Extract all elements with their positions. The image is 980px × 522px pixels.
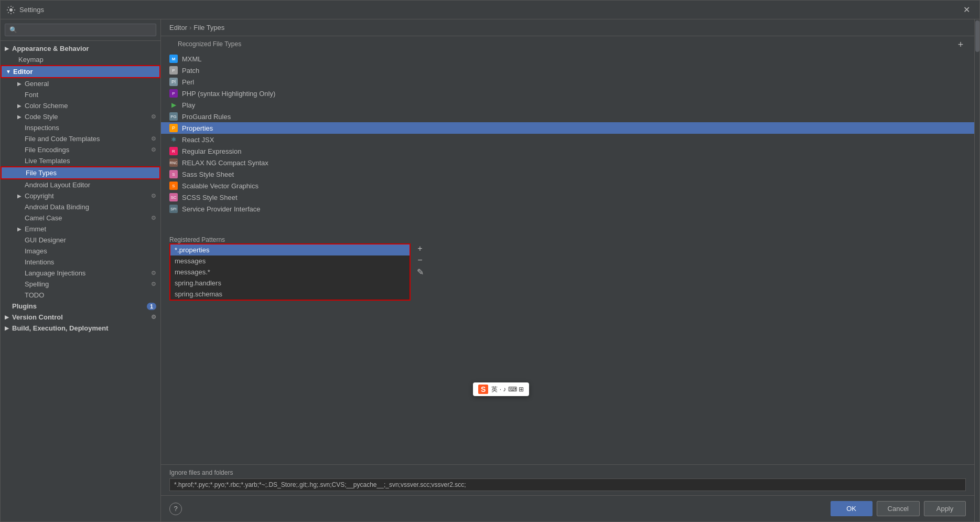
- file-type-play[interactable]: ▶ Play: [161, 99, 974, 111]
- sidebar-item-color-scheme[interactable]: ▶ Color Scheme: [1, 100, 160, 111]
- file-type-scss[interactable]: SC SCSS Style Sheet: [161, 191, 974, 203]
- icon-regex: R: [169, 147, 178, 155]
- gear-icon-code-style: ⚙: [151, 113, 156, 120]
- file-type-label-play: Play: [182, 101, 195, 109]
- scrollbar-thumb: [975, 20, 979, 52]
- file-type-php[interactable]: P PHP (syntax Highlighting Only): [161, 88, 974, 99]
- settings-icon: [7, 6, 15, 14]
- file-type-patch[interactable]: P Patch: [161, 65, 974, 76]
- pattern-item-5[interactable]: spring.schemas: [170, 289, 410, 300]
- ignore-section: Ignore files and folders: [161, 464, 974, 495]
- settings-dialog: Settings ✕ ▶ Appearance & Behavior Keyma…: [0, 0, 980, 522]
- bottom-bar: ? OK Cancel Apply: [161, 495, 974, 521]
- sidebar-item-intentions[interactable]: Intentions: [1, 257, 160, 268]
- add-pattern-button[interactable]: +: [415, 243, 425, 254]
- sidebar-item-font[interactable]: Font: [1, 89, 160, 100]
- pattern-item-4[interactable]: spring.handlers: [170, 278, 410, 289]
- sidebar-item-build[interactable]: ▶ Build, Execution, Deployment: [1, 323, 160, 334]
- file-type-perl[interactable]: Pl Perl: [161, 76, 974, 88]
- pattern-item-1[interactable]: *.properties: [170, 244, 410, 255]
- remove-pattern-button[interactable]: −: [415, 255, 425, 265]
- file-type-svg[interactable]: S Scalable Vector Graphics: [161, 180, 974, 191]
- file-type-relax[interactable]: RNC RELAX NG Compact Syntax: [161, 157, 974, 168]
- sidebar-item-file-types[interactable]: File Types: [1, 166, 160, 179]
- gear-icon-file-enc: ⚙: [151, 146, 156, 153]
- gear-icon-camel: ⚙: [151, 215, 156, 221]
- search-input[interactable]: [5, 24, 156, 36]
- file-type-regex[interactable]: R Regular Expression: [161, 145, 974, 157]
- sidebar-tree: ▶ Appearance & Behavior Keymap ▼ Editor …: [1, 41, 160, 521]
- sidebar-item-spelling[interactable]: Spelling ⚙: [1, 279, 160, 290]
- input-method-widget[interactable]: S 英 · ♪ ⌨ ⊞: [473, 382, 529, 396]
- sidebar-item-android-layout[interactable]: Android Layout Editor: [1, 179, 160, 190]
- action-buttons: OK Cancel Apply: [831, 501, 966, 516]
- icon-php: P: [169, 89, 178, 98]
- gear-icon-lang: ⚙: [151, 270, 156, 276]
- sidebar-item-todo[interactable]: TODO: [1, 290, 160, 301]
- recognized-list-wrapper: M MXML P Patch Pl Perl: [161, 53, 974, 231]
- expand-arrow-appearance: ▶: [5, 46, 10, 51]
- gear-icon-copyright: ⚙: [151, 193, 156, 199]
- right-scrollbar[interactable]: [974, 19, 979, 521]
- registered-patterns-section: Registered Patterns *.properties message…: [161, 231, 974, 305]
- sidebar-item-images[interactable]: Images: [1, 246, 160, 257]
- sidebar-item-editor[interactable]: ▼ Editor: [1, 65, 160, 78]
- sidebar-item-copyright[interactable]: ▶ Copyright ⚙: [1, 190, 160, 201]
- sidebar-item-language-injections[interactable]: Language Injections ⚙: [1, 268, 160, 279]
- sidebar-item-version-control[interactable]: ▶ Version Control ⚙: [1, 312, 160, 323]
- icon-play: ▶: [169, 101, 178, 109]
- file-type-proguard[interactable]: PG ProGuard Rules: [161, 111, 974, 122]
- breadcrumb-parent: Editor: [169, 24, 187, 31]
- breadcrumb-separator: ›: [189, 24, 191, 31]
- file-types-content: Recognized File Types + M MXML: [161, 36, 974, 495]
- sidebar-item-code-style[interactable]: ▶ Code Style ⚙: [1, 111, 160, 122]
- file-type-sass[interactable]: S Sass Style Sheet: [161, 168, 974, 180]
- sidebar-item-keymap[interactable]: Keymap: [1, 54, 160, 65]
- sidebar-item-file-encodings[interactable]: File Encodings ⚙: [1, 144, 160, 155]
- close-button[interactable]: ✕: [960, 4, 973, 16]
- help-button[interactable]: ?: [169, 503, 182, 515]
- file-type-label-spi: Service Provider Interface: [182, 205, 261, 213]
- pattern-item-3[interactable]: messages.*: [170, 267, 410, 278]
- file-type-properties[interactable]: P Properties: [161, 122, 974, 134]
- icon-relax: RNC: [169, 158, 178, 167]
- file-type-label-proguard: ProGuard Rules: [182, 113, 231, 121]
- registered-list-box: *.properties messages messages.* spring.…: [169, 243, 411, 301]
- sidebar-item-gui-designer[interactable]: GUI Designer: [1, 235, 160, 246]
- file-type-label-regex: Regular Expression: [182, 147, 241, 155]
- sidebar-item-inspections[interactable]: Inspections: [1, 122, 160, 133]
- sidebar-item-android-data[interactable]: Android Data Binding: [1, 201, 160, 212]
- ignore-files-input[interactable]: [169, 478, 966, 491]
- add-file-type-button[interactable]: +: [955, 39, 966, 50]
- search-box: [1, 19, 160, 41]
- file-type-react[interactable]: ⚛ React JSX: [161, 134, 974, 145]
- icon-sass: S: [169, 170, 178, 178]
- file-type-label-sass: Sass Style Sheet: [182, 171, 234, 178]
- sidebar-item-emmet[interactable]: ▶ Emmet: [1, 223, 160, 235]
- ok-button[interactable]: OK: [831, 501, 873, 516]
- sidebar-item-live-templates[interactable]: Live Templates: [1, 155, 160, 166]
- icon-scss: SC: [169, 193, 178, 201]
- icon-patch: P: [169, 66, 178, 74]
- title-bar-left: Settings: [7, 6, 44, 14]
- recognized-header-row: Recognized File Types +: [161, 36, 974, 53]
- edit-pattern-button[interactable]: ✎: [415, 267, 425, 277]
- file-type-label-properties: Properties: [182, 124, 213, 132]
- sidebar-item-camel-case[interactable]: Camel Case ⚙: [1, 212, 160, 223]
- file-type-mxml[interactable]: M MXML: [161, 53, 974, 65]
- sidebar-item-file-code-templates[interactable]: File and Code Templates ⚙: [1, 133, 160, 144]
- sidebar-item-plugins[interactable]: Plugins 1: [1, 301, 160, 312]
- icon-properties: P: [169, 124, 178, 132]
- content-area: ▶ Appearance & Behavior Keymap ▼ Editor …: [1, 19, 979, 521]
- file-type-spi[interactable]: SPI Service Provider Interface: [161, 203, 974, 215]
- file-type-list: M MXML P Patch Pl Perl: [161, 53, 974, 215]
- sidebar-item-appearance[interactable]: ▶ Appearance & Behavior: [1, 43, 160, 54]
- breadcrumb-current: File Types: [193, 24, 224, 31]
- sidebar-item-general[interactable]: ▶ General: [1, 78, 160, 89]
- input-widget-icons: 英 · ♪ ⌨ ⊞: [491, 385, 524, 394]
- recognized-file-list: M MXML P Patch Pl Perl: [161, 53, 974, 231]
- icon-spi: SPI: [169, 205, 178, 213]
- cancel-button[interactable]: Cancel: [877, 501, 920, 516]
- pattern-item-2[interactable]: messages: [170, 255, 410, 267]
- apply-button[interactable]: Apply: [924, 501, 966, 516]
